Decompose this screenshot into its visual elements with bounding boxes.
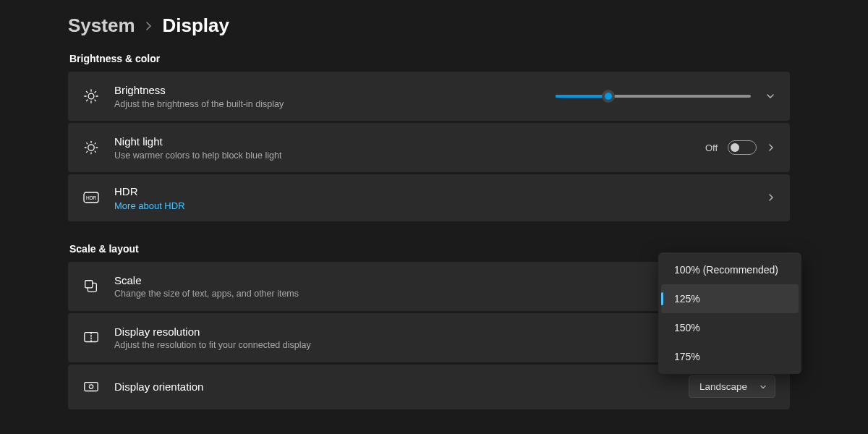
scale-option-1[interactable]: 125%	[661, 284, 799, 313]
row-hdr-text: HDR More about HDR	[114, 184, 767, 211]
hdr-more-link[interactable]: More about HDR	[114, 200, 767, 211]
breadcrumb-current: Display	[163, 14, 230, 37]
row-brightness-title: Brightness	[114, 83, 556, 98]
row-night-light-title: Night light	[114, 135, 705, 149]
row-brightness-sub: Adjust the brightness of the built-in di…	[114, 99, 556, 109]
chevron-right-icon	[145, 21, 153, 31]
resolution-icon	[82, 329, 100, 346]
row-brightness[interactable]: Brightness Adjust the brightness of the …	[68, 72, 790, 121]
scale-option-2[interactable]: 150%	[658, 313, 801, 342]
row-brightness-text: Brightness Adjust the brightness of the …	[114, 83, 556, 109]
hdr-icon: HDR	[82, 189, 100, 206]
row-night-light-sub: Use warmer colors to help block blue lig…	[114, 150, 705, 161]
orientation-icon	[82, 378, 100, 396]
svg-rect-20	[85, 280, 93, 287]
sun-outline-icon	[82, 139, 100, 156]
svg-line-7	[86, 100, 88, 101]
chevron-down-icon[interactable]	[765, 91, 775, 101]
orientation-value: Landscape	[699, 381, 747, 392]
row-hdr-title: HDR	[114, 184, 767, 199]
orientation-select[interactable]: Landscape	[689, 375, 775, 398]
row-orientation-text: Display orientation	[114, 380, 689, 394]
breadcrumb: System Display	[68, 14, 868, 37]
sun-icon	[82, 88, 100, 105]
row-scale-title: Scale	[114, 273, 689, 288]
chevron-down-icon	[759, 383, 767, 391]
row-resolution-title: Display resolution	[114, 325, 668, 339]
chevron-right-icon[interactable]	[767, 142, 775, 153]
row-resolution-text: Display resolution Adjust the resolution…	[114, 325, 668, 351]
svg-line-5	[86, 91, 88, 93]
scale-icon	[82, 278, 100, 295]
row-scale-text: Scale Change the size of text, apps, and…	[114, 273, 689, 299]
svg-line-16	[87, 151, 88, 152]
brightness-slider[interactable]	[556, 89, 751, 103]
night-light-toggle[interactable]	[728, 140, 757, 155]
svg-point-9	[88, 145, 94, 150]
svg-line-14	[87, 143, 88, 144]
scale-option-0[interactable]: 100% (Recommended)	[658, 255, 801, 284]
svg-rect-23	[85, 382, 98, 391]
svg-line-6	[95, 100, 96, 101]
svg-text:HDR: HDR	[86, 195, 96, 200]
row-night-light[interactable]: Night light Use warmer colors to help bl…	[68, 123, 790, 172]
svg-line-8	[95, 91, 96, 93]
night-light-state-label: Off	[705, 142, 718, 153]
row-night-light-text: Night light Use warmer colors to help bl…	[114, 135, 705, 161]
svg-line-17	[95, 143, 95, 144]
breadcrumb-parent[interactable]: System	[68, 14, 135, 37]
svg-line-15	[95, 151, 95, 152]
section-header-brightness-color: Brightness & color	[69, 53, 790, 64]
chevron-right-icon[interactable]	[767, 192, 775, 203]
row-scale-sub: Change the size of text, apps, and other…	[114, 289, 689, 299]
scale-dropdown[interactable]: 100% (Recommended) 125% 150% 175%	[658, 252, 801, 374]
svg-point-0	[88, 93, 94, 99]
row-orientation-title: Display orientation	[114, 380, 689, 394]
row-hdr[interactable]: HDR HDR More about HDR	[68, 174, 790, 221]
scale-option-3[interactable]: 175%	[658, 342, 801, 371]
row-resolution-sub: Adjust the resolution to fit your connec…	[114, 340, 668, 350]
